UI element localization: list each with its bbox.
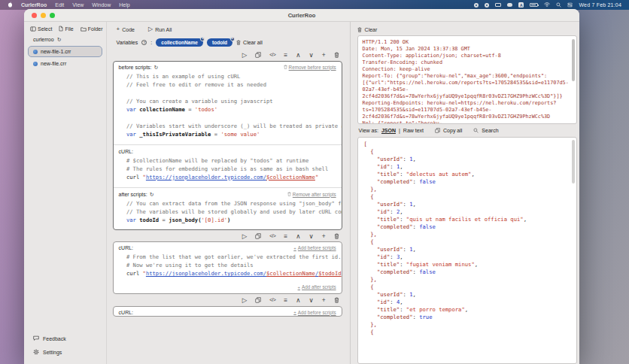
run-cell-icon[interactable]: ▷ (242, 297, 248, 304)
select-button[interactable]: Select (30, 26, 52, 32)
curl-label: cURL: (119, 149, 133, 154)
code-view-icon[interactable]: </> (269, 234, 275, 239)
move-up-icon[interactable]: ∧ (296, 297, 300, 304)
view-json-tab[interactable]: JSON (381, 128, 396, 133)
variable-chip-todoId[interactable]: todoId × (207, 38, 232, 47)
view-raw-tab[interactable]: Raw text (403, 128, 424, 133)
battery-icon[interactable] (530, 3, 538, 7)
info-icon[interactable]: ? (141, 40, 147, 45)
add-before-scripts-link[interactable]: + Add before scripts (293, 245, 336, 250)
menu-window[interactable]: Window (92, 2, 111, 8)
code-cell-2[interactable]: cURL: + Add before scripts # From the li… (113, 241, 342, 294)
after-scripts-code[interactable]: // You can extract data from the JSON re… (114, 198, 342, 229)
response-pane: Clear HTTP/1.1 200 OKDate: Mon, 15 Jan 2… (351, 22, 584, 364)
add-cell-icon[interactable]: + (322, 233, 326, 240)
run-all-button[interactable]: ▷ Run All (148, 26, 172, 32)
chip-close-icon[interactable]: × (230, 37, 235, 41)
file-item-new-file[interactable]: new-file.crr (28, 58, 102, 69)
refresh-icon[interactable]: ↻ (150, 192, 154, 197)
code-cell-3[interactable]: cURL: + Add before scripts (113, 306, 342, 317)
run-cell-icon[interactable]: ▷ (242, 233, 248, 240)
settings-button[interactable]: Settings (24, 345, 106, 359)
format-icon[interactable]: ≡ (284, 52, 287, 59)
copy-all-button[interactable]: Copy all (435, 128, 462, 134)
move-up-icon[interactable]: ∧ (296, 52, 300, 59)
add-code-cell-button[interactable]: + Code (117, 26, 135, 32)
copy-all-label: Copy all (443, 128, 462, 133)
status-badge2-icon[interactable] (485, 3, 489, 8)
apple-menu-icon[interactable] (8, 2, 13, 8)
response-headers-box[interactable]: HTTP/1.1 200 OKDate: Mon, 15 Jan 2024 13… (357, 35, 577, 124)
new-folder-button[interactable]: Folder (81, 26, 103, 32)
status-badge-icon[interactable] (474, 3, 479, 8)
delete-cell-icon[interactable] (334, 52, 339, 58)
curl-code[interactable]: # $collectionName will be replaced by "t… (114, 155, 342, 187)
add-cell-icon[interactable]: + (322, 52, 326, 59)
code-button-label: Code (122, 27, 135, 32)
menu-help[interactable]: Help (119, 2, 129, 8)
duplicate-cell-icon[interactable] (255, 233, 261, 239)
view-separator: | (399, 128, 400, 133)
before-scripts-header: before scripts: ↻ Remove before scripts (114, 62, 342, 71)
file-item-new-file-1[interactable]: new-file-1.crr (28, 46, 102, 57)
clear-all-variables-button[interactable]: Clear all (236, 40, 263, 46)
search-button[interactable]: Search (473, 128, 498, 134)
add-before-scripts-link[interactable]: + Add before scripts (293, 310, 336, 315)
duplicate-cell-icon[interactable] (255, 52, 261, 58)
refresh-icon[interactable]: ↻ (57, 37, 62, 42)
curl-label: cURL: (119, 310, 133, 315)
add-cell-icon[interactable]: + (322, 297, 326, 304)
run-cell-icon[interactable]: ▷ (242, 52, 248, 59)
notification-bubble-icon[interactable] (507, 3, 512, 7)
chip-close-icon[interactable]: × (200, 37, 205, 41)
remove-after-scripts-link[interactable]: Remove after scripts (287, 192, 336, 197)
move-down-icon[interactable]: ∨ (308, 52, 313, 59)
move-down-icon[interactable]: ∨ (308, 233, 313, 240)
remove-before-scripts-link[interactable]: Remove before scripts (284, 65, 336, 70)
input-source-icon[interactable]: A (518, 2, 524, 8)
spotlight-search-icon[interactable] (556, 2, 561, 8)
menu-app-name[interactable]: CurlerRoo (21, 2, 47, 8)
code-view-icon[interactable]: </> (269, 53, 275, 58)
before-scripts-code[interactable]: // This is an example of using cURL // F… (114, 71, 342, 144)
variable-chip-collectionName[interactable]: collectionName × (156, 38, 203, 47)
window-titlebar[interactable]: CurlerRoo (24, 9, 579, 22)
duplicate-cell-icon[interactable] (255, 297, 261, 303)
screen-mirror-icon[interactable] (495, 3, 501, 7)
menubar-clock[interactable]: Wed 7 Feb 21:04 (579, 2, 621, 8)
control-center-icon[interactable] (567, 2, 573, 8)
after-scripts-label-group: after scripts: ↻ (119, 192, 154, 197)
code-view-icon[interactable]: </> (269, 298, 275, 303)
sidebar: Select File Folder curlerroo ↻ (24, 22, 107, 364)
refresh-icon[interactable]: ↻ (154, 65, 159, 70)
move-up-icon[interactable]: ∧ (296, 233, 300, 240)
folder-icon (81, 26, 87, 32)
clear-response-button[interactable]: Clear (357, 24, 577, 35)
delete-cell-icon[interactable] (334, 233, 339, 239)
move-down-icon[interactable]: ∨ (308, 297, 313, 304)
menu-edit[interactable]: Edit (55, 2, 64, 8)
headers-scrollbar[interactable] (572, 39, 575, 81)
add-after-scripts-link[interactable]: + Add after scripts (298, 284, 336, 290)
curl-label: cURL: (119, 245, 133, 250)
format-icon[interactable]: ≡ (284, 297, 287, 304)
chip-label: collectionName (161, 40, 198, 45)
curl-code[interactable]: # From the list that we got earlier, we'… (114, 251, 342, 283)
menu-view[interactable]: View (72, 2, 84, 8)
variables-label: Variables (117, 40, 138, 45)
feedback-button[interactable]: Feedback (24, 332, 106, 345)
after-scripts-header: after scripts: ↻ Remove after scripts (114, 189, 342, 198)
wifi-icon[interactable] (544, 2, 550, 8)
play-icon: ▷ (148, 26, 153, 32)
search-icon (473, 128, 479, 134)
code-cell-1[interactable]: before scripts: ↻ Remove before scripts … (113, 61, 342, 230)
run-all-label: Run All (155, 27, 172, 32)
response-body-box[interactable]: [ { "userId": 1, "id": 1, "title": "dele… (357, 137, 577, 364)
root-folder-row[interactable]: curlerroo ↻ (26, 35, 104, 45)
new-file-button[interactable]: File (59, 26, 73, 32)
delete-cell-icon[interactable] (334, 297, 339, 303)
body-scrollbar[interactable] (572, 140, 575, 184)
format-icon[interactable]: ≡ (284, 233, 287, 240)
remove-before-label: Remove before scripts (289, 65, 336, 70)
variables-colon: : (150, 40, 152, 45)
